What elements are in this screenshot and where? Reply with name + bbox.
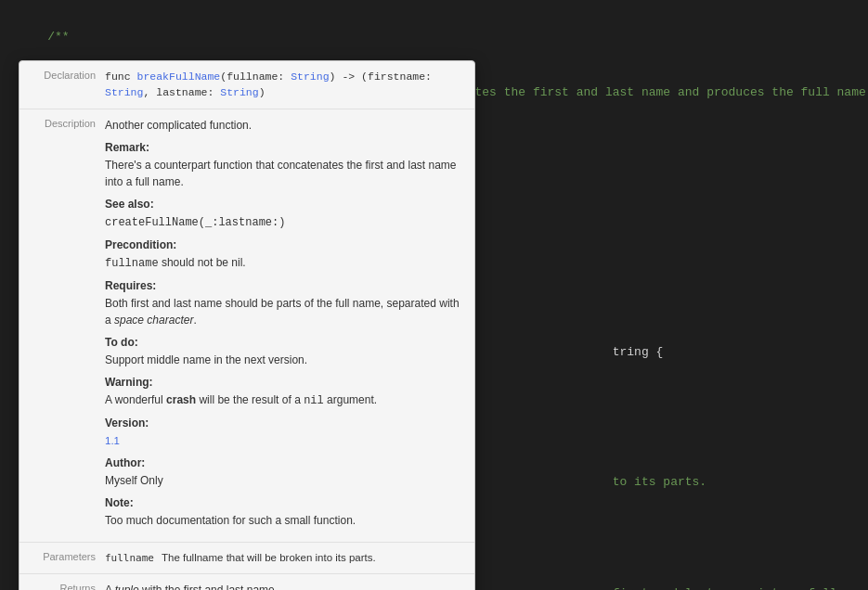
seealso-text: createFullName(_:lastname:) — [105, 216, 285, 229]
parameters-label: Parameters — [31, 550, 105, 562]
code-line-comment1: /** — [19, 9, 849, 65]
parameters-row: Parameters fullname The fullname that wi… — [19, 543, 474, 575]
parameter-item: fullname The fullname that will be broke… — [105, 550, 463, 567]
remark-label: Remark: — [105, 139, 463, 156]
note-label: Note: — [105, 494, 463, 511]
parameters-content: fullname The fullname that will be broke… — [105, 550, 463, 567]
description-main-row: Description Another complicated function… — [31, 117, 463, 534]
documentation-popup: Declaration func breakFullName(fullname:… — [19, 60, 475, 590]
note-text: Too much documentation for such a small … — [105, 514, 356, 527]
version-text: 1.1 — [105, 435, 120, 446]
todo-section: To do: Support middle name in the next v… — [105, 334, 463, 368]
warning-label: Warning: — [105, 374, 463, 391]
param-desc: The fullname that will be broken into it… — [162, 550, 376, 566]
description-main-text: Another complicated function. — [105, 119, 252, 132]
declaration-content: func breakFullName(fullname: String) -> … — [105, 69, 463, 101]
description-row: Description Another complicated function… — [19, 109, 474, 543]
requires-text: Both first and last name should be parts… — [105, 297, 460, 327]
returns-label: Returns — [31, 582, 105, 590]
declaration-label: Declaration — [31, 69, 105, 81]
declaration-row: Declaration func breakFullName(fullname:… — [19, 61, 474, 109]
todo-label: To do: — [105, 334, 463, 351]
author-label: Author: — [105, 455, 463, 471]
precondition-section: Precondition: fullname should not be nil… — [105, 237, 463, 272]
returns-content: A tuple with the first and last name. — [105, 582, 463, 590]
author-section: Author: Myself Only — [105, 455, 463, 489]
version-label: Version: — [105, 415, 463, 431]
note-section: Note: Too much documentation for such a … — [105, 494, 463, 529]
seealso-section: See also: createFullName(_:lastname:) — [105, 196, 463, 231]
precondition-text: fullname should not be nil. — [105, 256, 246, 269]
warning-text: A wonderful crash will be the result of … — [105, 393, 377, 406]
description-label: Description — [31, 117, 105, 534]
description-content: Another complicated function. Remark: Th… — [105, 117, 463, 534]
precondition-label: Precondition: — [105, 237, 463, 253]
remark-text: There's a counterpart function that conc… — [105, 159, 457, 188]
todo-text: Support middle name in the next version. — [105, 353, 307, 366]
remark-section: Remark: There's a counterpart function t… — [105, 139, 463, 190]
requires-section: Requires: Both first and last name shoul… — [105, 277, 463, 328]
warning-section: Warning: A wonderful crash will be the r… — [105, 374, 463, 409]
requires-label: Requires: — [105, 277, 463, 294]
returns-text: A tuple with the first and last name. — [105, 584, 278, 590]
seealso-label: See also: — [105, 196, 463, 212]
author-text: Myself Only — [105, 474, 163, 487]
version-section: Version: 1.1 — [105, 415, 463, 449]
param-name: fullname — [105, 551, 154, 567]
returns-row: Returns A tuple with the first and last … — [19, 574, 474, 590]
